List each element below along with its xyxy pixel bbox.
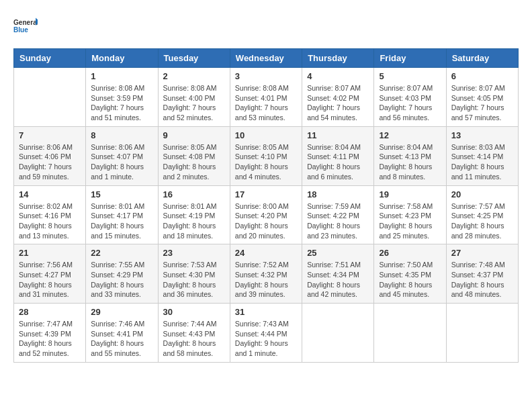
day-info: Sunrise: 8:08 AM Sunset: 4:01 PM Dayligh… — [235, 83, 297, 123]
calendar-cell: 9Sunrise: 8:05 AM Sunset: 4:08 PM Daylig… — [158, 126, 230, 185]
day-info: Sunrise: 7:50 AM Sunset: 4:35 PM Dayligh… — [379, 260, 441, 300]
calendar-cell: 6Sunrise: 8:07 AM Sunset: 4:05 PM Daylig… — [446, 68, 518, 127]
day-info: Sunrise: 8:00 AM Sunset: 4:20 PM Dayligh… — [235, 201, 297, 241]
day-info: Sunrise: 7:51 AM Sunset: 4:34 PM Dayligh… — [307, 260, 369, 300]
calendar-cell: 21Sunrise: 7:56 AM Sunset: 4:27 PM Dayli… — [14, 244, 86, 304]
day-number: 24 — [235, 248, 297, 258]
calendar-cell: 11Sunrise: 8:04 AM Sunset: 4:11 PM Dayli… — [302, 126, 374, 185]
calendar-cell: 18Sunrise: 7:59 AM Sunset: 4:22 PM Dayli… — [302, 185, 374, 244]
day-info: Sunrise: 8:04 AM Sunset: 4:11 PM Dayligh… — [307, 142, 369, 182]
day-info: Sunrise: 8:01 AM Sunset: 4:17 PM Dayligh… — [91, 201, 152, 241]
day-number: 22 — [91, 248, 152, 258]
logo: General Blue — [13, 13, 38, 38]
calendar-header-wednesday: Wednesday — [230, 49, 302, 68]
calendar-cell: 22Sunrise: 7:55 AM Sunset: 4:29 PM Dayli… — [86, 244, 158, 304]
calendar-header-thursday: Thursday — [302, 49, 374, 68]
calendar-cell: 13Sunrise: 8:03 AM Sunset: 4:14 PM Dayli… — [446, 126, 518, 185]
svg-text:Blue: Blue — [13, 26, 28, 34]
calendar-cell: 5Sunrise: 8:07 AM Sunset: 4:03 PM Daylig… — [374, 68, 446, 127]
calendar-cell: 31Sunrise: 7:43 AM Sunset: 4:44 PM Dayli… — [230, 304, 302, 363]
day-info: Sunrise: 8:05 AM Sunset: 4:08 PM Dayligh… — [163, 142, 225, 182]
calendar-cell: 2Sunrise: 8:08 AM Sunset: 4:00 PM Daylig… — [158, 68, 230, 127]
day-number: 13 — [451, 130, 513, 140]
calendar-body: 1Sunrise: 8:08 AM Sunset: 3:59 PM Daylig… — [14, 68, 519, 363]
calendar-week-row: 1Sunrise: 8:08 AM Sunset: 3:59 PM Daylig… — [14, 68, 519, 127]
day-info: Sunrise: 7:46 AM Sunset: 4:41 PM Dayligh… — [91, 319, 152, 359]
calendar-cell: 3Sunrise: 8:08 AM Sunset: 4:01 PM Daylig… — [230, 68, 302, 127]
calendar-cell: 8Sunrise: 8:06 AM Sunset: 4:07 PM Daylig… — [86, 126, 158, 185]
day-info: Sunrise: 7:58 AM Sunset: 4:23 PM Dayligh… — [379, 201, 441, 241]
day-number: 8 — [91, 130, 152, 140]
day-info: Sunrise: 8:07 AM Sunset: 4:02 PM Dayligh… — [307, 83, 369, 123]
day-info: Sunrise: 7:48 AM Sunset: 4:37 PM Dayligh… — [451, 260, 513, 300]
calendar-week-row: 14Sunrise: 8:02 AM Sunset: 4:16 PM Dayli… — [14, 185, 519, 244]
calendar-cell: 14Sunrise: 8:02 AM Sunset: 4:16 PM Dayli… — [14, 185, 86, 244]
day-number: 30 — [163, 307, 225, 317]
calendar-header-row: SundayMondayTuesdayWednesdayThursdayFrid… — [14, 49, 519, 68]
day-number: 26 — [379, 248, 441, 258]
day-number: 2 — [163, 71, 225, 81]
calendar-cell — [302, 304, 374, 363]
day-number: 12 — [379, 130, 441, 140]
day-info: Sunrise: 8:07 AM Sunset: 4:05 PM Dayligh… — [451, 83, 513, 123]
calendar-cell: 15Sunrise: 8:01 AM Sunset: 4:17 PM Dayli… — [86, 185, 158, 244]
svg-text:General: General — [13, 19, 38, 26]
day-number: 15 — [91, 189, 152, 199]
day-number: 5 — [379, 71, 441, 81]
calendar-header-sunday: Sunday — [14, 49, 86, 68]
day-info: Sunrise: 8:06 AM Sunset: 4:06 PM Dayligh… — [19, 142, 81, 182]
day-number: 17 — [235, 189, 297, 199]
day-info: Sunrise: 8:03 AM Sunset: 4:14 PM Dayligh… — [451, 142, 513, 182]
calendar-cell: 20Sunrise: 7:57 AM Sunset: 4:25 PM Dayli… — [446, 185, 518, 244]
day-number: 23 — [163, 248, 225, 258]
day-number: 6 — [451, 71, 513, 81]
calendar-cell: 10Sunrise: 8:05 AM Sunset: 4:10 PM Dayli… — [230, 126, 302, 185]
day-number: 7 — [19, 130, 81, 140]
day-info: Sunrise: 7:56 AM Sunset: 4:27 PM Dayligh… — [19, 260, 81, 300]
day-info: Sunrise: 7:43 AM Sunset: 4:44 PM Dayligh… — [235, 319, 297, 359]
day-number: 11 — [307, 130, 369, 140]
calendar-cell: 30Sunrise: 7:44 AM Sunset: 4:43 PM Dayli… — [158, 304, 230, 363]
calendar-header-monday: Monday — [86, 49, 158, 68]
day-number: 10 — [235, 130, 297, 140]
day-number: 16 — [163, 189, 225, 199]
calendar-week-row: 21Sunrise: 7:56 AM Sunset: 4:27 PM Dayli… — [14, 244, 519, 304]
calendar-header-friday: Friday — [374, 49, 446, 68]
day-number: 25 — [307, 248, 369, 258]
calendar-cell — [446, 304, 518, 363]
day-info: Sunrise: 8:05 AM Sunset: 4:10 PM Dayligh… — [235, 142, 297, 182]
calendar-week-row: 7Sunrise: 8:06 AM Sunset: 4:06 PM Daylig… — [14, 126, 519, 185]
calendar-cell: 27Sunrise: 7:48 AM Sunset: 4:37 PM Dayli… — [446, 244, 518, 304]
day-info: Sunrise: 7:44 AM Sunset: 4:43 PM Dayligh… — [163, 319, 225, 359]
day-info: Sunrise: 8:08 AM Sunset: 3:59 PM Dayligh… — [91, 83, 152, 123]
calendar-cell: 23Sunrise: 7:53 AM Sunset: 4:30 PM Dayli… — [158, 244, 230, 304]
day-number: 20 — [451, 189, 513, 199]
calendar-cell: 16Sunrise: 8:01 AM Sunset: 4:19 PM Dayli… — [158, 185, 230, 244]
day-info: Sunrise: 8:06 AM Sunset: 4:07 PM Dayligh… — [91, 142, 152, 182]
day-info: Sunrise: 7:53 AM Sunset: 4:30 PM Dayligh… — [163, 260, 225, 300]
day-number: 21 — [19, 248, 81, 258]
day-number: 18 — [307, 189, 369, 199]
calendar-cell: 25Sunrise: 7:51 AM Sunset: 4:34 PM Dayli… — [302, 244, 374, 304]
calendar-cell: 24Sunrise: 7:52 AM Sunset: 4:32 PM Dayli… — [230, 244, 302, 304]
day-info: Sunrise: 8:01 AM Sunset: 4:19 PM Dayligh… — [163, 201, 225, 241]
calendar-cell — [374, 304, 446, 363]
calendar-week-row: 28Sunrise: 7:47 AM Sunset: 4:39 PM Dayli… — [14, 304, 519, 363]
day-info: Sunrise: 8:07 AM Sunset: 4:03 PM Dayligh… — [379, 83, 441, 123]
day-number: 1 — [91, 71, 152, 81]
calendar-header-tuesday: Tuesday — [158, 49, 230, 68]
day-info: Sunrise: 7:59 AM Sunset: 4:22 PM Dayligh… — [307, 201, 369, 241]
day-info: Sunrise: 7:55 AM Sunset: 4:29 PM Dayligh… — [91, 260, 152, 300]
page-header: General Blue — [13, 13, 519, 38]
day-number: 28 — [19, 307, 81, 317]
calendar-cell: 29Sunrise: 7:46 AM Sunset: 4:41 PM Dayli… — [86, 304, 158, 363]
day-number: 9 — [163, 130, 225, 140]
calendar-cell: 17Sunrise: 8:00 AM Sunset: 4:20 PM Dayli… — [230, 185, 302, 244]
day-info: Sunrise: 7:47 AM Sunset: 4:39 PM Dayligh… — [19, 319, 81, 359]
calendar-cell: 26Sunrise: 7:50 AM Sunset: 4:35 PM Dayli… — [374, 244, 446, 304]
day-info: Sunrise: 8:04 AM Sunset: 4:13 PM Dayligh… — [379, 142, 441, 182]
day-info: Sunrise: 7:52 AM Sunset: 4:32 PM Dayligh… — [235, 260, 297, 300]
day-number: 29 — [91, 307, 152, 317]
calendar-cell — [14, 68, 86, 127]
day-number: 14 — [19, 189, 81, 199]
